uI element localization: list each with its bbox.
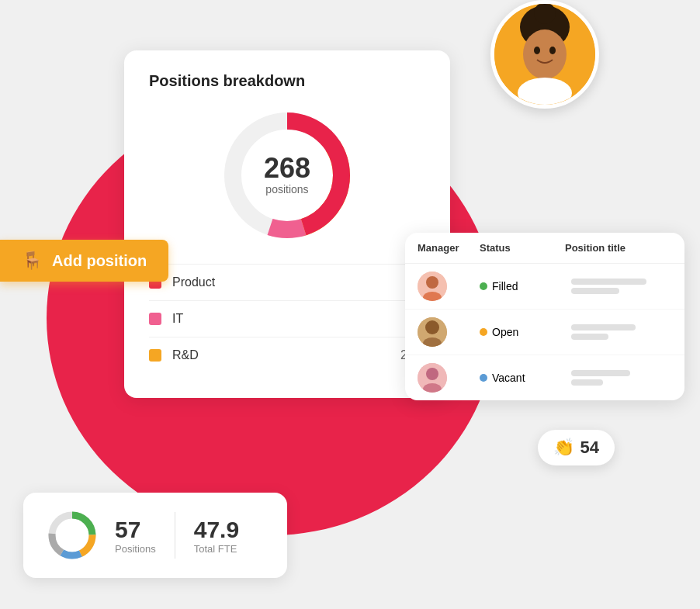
legend-item-it: IT xyxy=(149,300,425,337)
position-title-3 xyxy=(565,370,672,386)
avatar-3-svg xyxy=(418,363,447,393)
positions-count: 57 xyxy=(115,517,156,543)
stats-divider xyxy=(175,512,175,559)
stats-donut-svg xyxy=(45,508,99,562)
stats-card: 57 Positions 47.9 Total FTE xyxy=(23,493,287,578)
status-label-vacant: Vacant xyxy=(492,372,525,384)
legend-label-product: Product xyxy=(172,275,425,289)
manager-avatar-3 xyxy=(418,363,480,393)
status-vacant: Vacant xyxy=(480,372,565,384)
svg-point-19 xyxy=(426,368,438,380)
fte-label: Total FTE xyxy=(194,543,239,555)
breakdown-title: Positions breakdown xyxy=(149,72,425,90)
legend-dot-rd xyxy=(149,349,161,362)
position-bar-2b xyxy=(571,334,608,340)
svg-point-13 xyxy=(426,276,438,289)
svg-point-11 xyxy=(549,47,556,54)
status-dot-filled xyxy=(480,282,487,290)
add-position-label: Add position xyxy=(52,252,147,270)
status-dot-vacant xyxy=(480,374,487,382)
breakdown-card: Positions breakdown 268 positions xyxy=(124,50,450,398)
donut-label: positions xyxy=(265,183,308,196)
fte-value: 47.9 xyxy=(194,517,239,543)
profile-avatar xyxy=(490,0,599,109)
svg-point-6 xyxy=(523,29,567,79)
legend-dot-it xyxy=(149,313,161,325)
clap-badge: 👏 54 xyxy=(538,430,615,465)
clap-icon: 👏 xyxy=(553,438,574,458)
donut-chart: 268 positions xyxy=(217,106,357,245)
donut-center: 268 positions xyxy=(264,154,310,196)
chair-icon: 🪑 xyxy=(22,251,43,271)
donut-total: 268 xyxy=(264,154,310,182)
fte-stat-group: 47.9 Total FTE xyxy=(194,517,239,555)
position-bar-1b xyxy=(571,288,619,294)
col-manager: Manager xyxy=(418,242,480,254)
position-title-2 xyxy=(565,324,672,340)
clap-count: 54 xyxy=(580,438,599,458)
positions-stat-group: 57 Positions xyxy=(115,517,156,555)
svg-point-10 xyxy=(534,47,540,54)
main-scene: Positions breakdown 268 positions xyxy=(0,0,700,609)
col-position-title: Position title xyxy=(565,242,672,254)
legend-item-rd: R&D 22% xyxy=(149,337,425,373)
status-label-filled: Filled xyxy=(492,280,518,292)
status-open: Open xyxy=(480,326,565,338)
legend-label-rd: R&D xyxy=(172,348,400,362)
position-bar-1 xyxy=(571,279,646,285)
table-row: Open xyxy=(405,310,684,355)
status-dot-open xyxy=(480,328,487,336)
table-row: Filled xyxy=(405,264,684,310)
col-status: Status xyxy=(480,242,565,254)
status-filled: Filled xyxy=(480,280,565,292)
position-bar-3 xyxy=(571,370,630,376)
manager-avatar-1 xyxy=(418,272,480,301)
table-card: Manager Status Position title Filled xyxy=(405,233,684,400)
avatar-1-svg xyxy=(418,272,447,301)
stats-donut xyxy=(45,508,99,562)
table-row: Vacant xyxy=(405,355,684,400)
avatar-svg xyxy=(494,4,595,105)
manager-avatar-2 xyxy=(418,317,480,347)
svg-point-16 xyxy=(425,320,439,334)
status-label-open: Open xyxy=(492,326,518,338)
position-bar-3b xyxy=(571,379,603,386)
position-title-1 xyxy=(565,279,672,294)
table-header: Manager Status Position title xyxy=(405,233,684,264)
avatar-2-svg xyxy=(418,317,447,347)
position-bar-2 xyxy=(571,324,636,330)
legend-label-it: IT xyxy=(172,312,425,326)
add-position-button[interactable]: 🪑 Add position xyxy=(0,240,168,282)
legend-item-product: Product xyxy=(149,264,425,300)
donut-chart-container: 268 positions xyxy=(149,106,425,245)
positions-label: Positions xyxy=(115,543,156,555)
